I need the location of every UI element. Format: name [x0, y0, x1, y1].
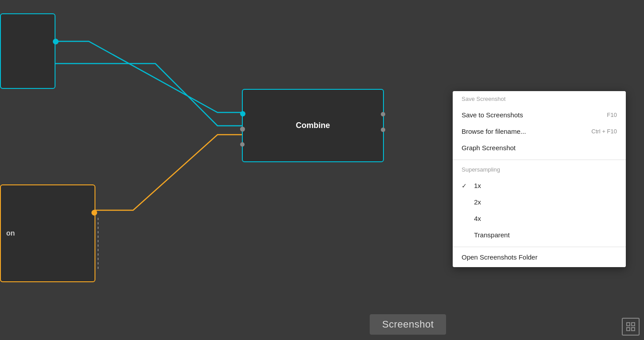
checkmark-4x: ✓: [462, 215, 470, 222]
combine-output-dot2: [381, 128, 385, 132]
save-to-screenshots-shortcut: F10: [607, 112, 617, 118]
browse-filename-label: Browse for filename...: [462, 128, 526, 135]
supersampling-1x-item[interactable]: ✓ 1x: [453, 177, 626, 194]
node-top-left[interactable]: [0, 13, 55, 89]
checkmark-1x: ✓: [462, 182, 470, 189]
supersampling-section: ✓ 1x ✓ 2x ✓ 4x ✓ Transparent: [453, 176, 626, 245]
combine-input-bot: [240, 142, 245, 147]
divider-2: [453, 247, 626, 247]
checkmark-2x: ✓: [462, 199, 470, 206]
orange-output-dot: [91, 210, 97, 216]
top-node-output: [53, 39, 59, 44]
supersampling-transparent-label: Transparent: [474, 231, 510, 239]
combine-input-mid: [240, 127, 245, 132]
save-to-screenshots-label: Save to Screenshots: [462, 111, 523, 119]
save-to-screenshots-item[interactable]: Save to Screenshots F10: [453, 107, 626, 123]
supersampling-2x-label: 2x: [474, 198, 481, 206]
browse-filename-item[interactable]: Browse for filename... Ctrl + F10: [453, 123, 626, 140]
divider-1: [453, 160, 626, 160]
svg-rect-3: [632, 323, 635, 326]
checkmark-transparent: ✓: [462, 232, 470, 239]
node-bottom-left[interactable]: on: [0, 184, 95, 282]
graph-screenshot-item[interactable]: Graph Screenshot: [453, 140, 626, 156]
open-screenshots-folder-label: Open Screenshots Folder: [462, 253, 537, 261]
supersampling-1x-label: 1x: [474, 182, 481, 189]
combine-input-top: [240, 111, 245, 116]
bottom-left-label: on: [6, 229, 15, 237]
screenshot-button[interactable]: Screenshot: [370, 314, 446, 335]
node-combine[interactable]: Combine: [242, 89, 384, 162]
save-screenshot-section: Save to Screenshots F10 Browse for filen…: [453, 105, 626, 158]
graph-screenshot-label: Graph Screenshot: [462, 144, 516, 152]
open-screenshots-folder-item[interactable]: Open Screenshots Folder: [453, 249, 626, 267]
browse-filename-shortcut: Ctrl + F10: [592, 128, 617, 135]
combine-output-dot: [381, 112, 385, 116]
svg-rect-5: [632, 328, 635, 331]
combine-label: Combine: [296, 121, 330, 130]
bottom-right-icon: [622, 318, 640, 336]
supersampling-4x-label: 4x: [474, 215, 481, 222]
supersampling-2x-item[interactable]: ✓ 2x: [453, 194, 626, 210]
supersampling-4x-item[interactable]: ✓ 4x: [453, 210, 626, 227]
svg-rect-4: [627, 328, 630, 331]
context-menu: Save Screenshot Save to Screenshots F10 …: [453, 91, 626, 267]
save-screenshot-header: Save Screenshot: [453, 91, 626, 105]
svg-rect-2: [627, 323, 630, 326]
supersampling-transparent-item[interactable]: ✓ Transparent: [453, 227, 626, 243]
supersampling-header: Supersampling: [453, 162, 626, 176]
